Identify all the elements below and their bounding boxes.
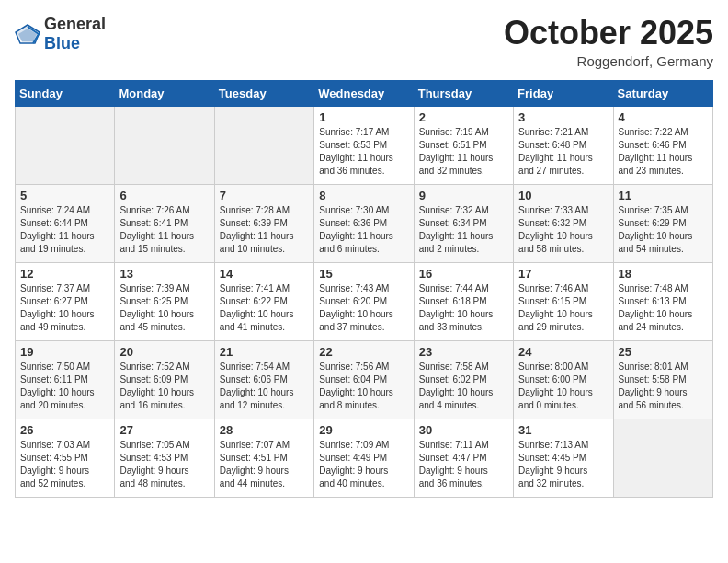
day-info: Sunrise: 7:09 AM Sunset: 4:49 PM Dayligh… [319, 439, 408, 490]
logo-general-text: General [44, 15, 106, 33]
day-info: Sunrise: 7:26 AM Sunset: 6:41 PM Dayligh… [119, 204, 209, 256]
calendar-cell: 19Sunrise: 7:50 AM Sunset: 6:11 PM Dayli… [16, 340, 115, 419]
calendar-cell: 6Sunrise: 7:26 AM Sunset: 6:41 PM Daylig… [115, 184, 214, 262]
day-number: 31 [518, 423, 608, 437]
day-info: Sunrise: 7:30 AM Sunset: 6:36 PM Dayligh… [319, 204, 408, 256]
calendar-cell: 8Sunrise: 7:30 AM Sunset: 6:36 PM Daylig… [314, 184, 414, 262]
month-title: October 2025 [504, 15, 713, 52]
day-info: Sunrise: 7:56 AM Sunset: 6:04 PM Dayligh… [319, 361, 408, 412]
day-info: Sunrise: 7:13 AM Sunset: 4:45 PM Dayligh… [518, 439, 608, 490]
weekday-header-friday: Friday [514, 80, 613, 106]
day-info: Sunrise: 7:54 AM Sunset: 6:06 PM Dayligh… [220, 361, 309, 412]
weekday-header-tuesday: Tuesday [214, 80, 313, 106]
day-info: Sunrise: 7:22 AM Sunset: 6:46 PM Dayligh… [619, 126, 708, 178]
day-info: Sunrise: 7:24 AM Sunset: 6:44 PM Dayligh… [20, 204, 109, 256]
day-number: 7 [220, 189, 309, 202]
calendar-cell: 30Sunrise: 7:11 AM Sunset: 4:47 PM Dayli… [414, 419, 513, 497]
day-info: Sunrise: 7:33 AM Sunset: 6:32 PM Dayligh… [518, 204, 608, 256]
day-number: 1 [319, 110, 408, 124]
day-number: 3 [518, 110, 608, 124]
weekday-header-thursday: Thursday [414, 80, 513, 106]
weekday-header-sunday: Sunday [16, 80, 115, 106]
day-number: 28 [220, 423, 309, 437]
logo-icon [15, 24, 40, 44]
calendar-cell: 13Sunrise: 7:39 AM Sunset: 6:25 PM Dayli… [115, 262, 214, 340]
day-number: 29 [319, 423, 408, 437]
weekday-header-saturday: Saturday [613, 80, 712, 106]
day-number: 9 [419, 189, 508, 202]
day-info: Sunrise: 7:28 AM Sunset: 6:39 PM Dayligh… [220, 204, 309, 256]
day-info: Sunrise: 7:19 AM Sunset: 6:51 PM Dayligh… [419, 126, 508, 178]
title-block: October 2025 Roggendorf, Germany [504, 15, 713, 69]
calendar-cell: 7Sunrise: 7:28 AM Sunset: 6:39 PM Daylig… [214, 184, 313, 262]
day-info: Sunrise: 7:17 AM Sunset: 6:53 PM Dayligh… [319, 126, 408, 178]
calendar-cell: 26Sunrise: 7:03 AM Sunset: 4:55 PM Dayli… [16, 419, 115, 497]
calendar-week-2: 5Sunrise: 7:24 AM Sunset: 6:44 PM Daylig… [16, 184, 713, 262]
day-number: 15 [319, 267, 408, 281]
calendar-cell: 5Sunrise: 7:24 AM Sunset: 6:44 PM Daylig… [16, 184, 115, 262]
calendar-cell: 24Sunrise: 8:00 AM Sunset: 6:00 PM Dayli… [514, 340, 613, 419]
calendar-cell: 22Sunrise: 7:56 AM Sunset: 6:04 PM Dayli… [314, 340, 414, 419]
day-info: Sunrise: 7:35 AM Sunset: 6:29 PM Dayligh… [619, 204, 708, 256]
logo-blue-text: Blue [44, 34, 80, 52]
day-info: Sunrise: 7:39 AM Sunset: 6:25 PM Dayligh… [119, 282, 209, 334]
day-number: 30 [419, 423, 508, 437]
weekday-header-monday: Monday [115, 80, 214, 106]
day-number: 12 [20, 267, 109, 281]
calendar-cell: 17Sunrise: 7:46 AM Sunset: 6:15 PM Dayli… [514, 262, 613, 340]
day-info: Sunrise: 7:43 AM Sunset: 6:20 PM Dayligh… [319, 282, 408, 334]
location-title: Roggendorf, Germany [504, 53, 713, 69]
day-info: Sunrise: 7:07 AM Sunset: 4:51 PM Dayligh… [220, 439, 309, 490]
day-number: 25 [619, 345, 708, 359]
calendar-cell: 4Sunrise: 7:22 AM Sunset: 6:46 PM Daylig… [613, 106, 712, 184]
day-number: 4 [619, 110, 708, 124]
day-info: Sunrise: 7:52 AM Sunset: 6:09 PM Dayligh… [119, 361, 209, 412]
day-number: 24 [518, 345, 608, 359]
calendar-week-5: 26Sunrise: 7:03 AM Sunset: 4:55 PM Dayli… [16, 419, 713, 497]
calendar-cell: 31Sunrise: 7:13 AM Sunset: 4:45 PM Dayli… [514, 419, 613, 497]
calendar-cell: 27Sunrise: 7:05 AM Sunset: 4:53 PM Dayli… [115, 419, 214, 497]
calendar-cell [214, 106, 313, 184]
calendar-cell: 25Sunrise: 8:01 AM Sunset: 5:58 PM Dayli… [613, 340, 712, 419]
calendar-cell: 1Sunrise: 7:17 AM Sunset: 6:53 PM Daylig… [314, 106, 414, 184]
calendar-cell [115, 106, 214, 184]
calendar-cell: 10Sunrise: 7:33 AM Sunset: 6:32 PM Dayli… [514, 184, 613, 262]
calendar-cell: 28Sunrise: 7:07 AM Sunset: 4:51 PM Dayli… [214, 419, 313, 497]
day-number: 6 [119, 189, 209, 202]
day-number: 27 [119, 423, 209, 437]
calendar-cell [613, 419, 712, 497]
day-number: 5 [20, 189, 109, 202]
day-info: Sunrise: 7:37 AM Sunset: 6:27 PM Dayligh… [20, 282, 109, 334]
day-number: 8 [319, 189, 408, 202]
day-number: 14 [220, 267, 309, 281]
day-info: Sunrise: 7:58 AM Sunset: 6:02 PM Dayligh… [419, 361, 508, 412]
day-info: Sunrise: 7:44 AM Sunset: 6:18 PM Dayligh… [419, 282, 508, 334]
day-number: 19 [20, 345, 109, 359]
day-number: 11 [619, 189, 708, 202]
day-info: Sunrise: 7:32 AM Sunset: 6:34 PM Dayligh… [419, 204, 508, 256]
calendar-cell: 23Sunrise: 7:58 AM Sunset: 6:02 PM Dayli… [414, 340, 513, 419]
day-info: Sunrise: 7:48 AM Sunset: 6:13 PM Dayligh… [619, 282, 708, 334]
day-number: 13 [119, 267, 209, 281]
day-number: 18 [619, 267, 708, 281]
day-number: 17 [518, 267, 608, 281]
day-number: 22 [319, 345, 408, 359]
day-info: Sunrise: 7:41 AM Sunset: 6:22 PM Dayligh… [220, 282, 309, 334]
calendar-cell: 18Sunrise: 7:48 AM Sunset: 6:13 PM Dayli… [613, 262, 712, 340]
day-number: 23 [419, 345, 508, 359]
calendar-cell: 9Sunrise: 7:32 AM Sunset: 6:34 PM Daylig… [414, 184, 513, 262]
day-number: 16 [419, 267, 508, 281]
day-number: 10 [518, 189, 608, 202]
day-info: Sunrise: 7:03 AM Sunset: 4:55 PM Dayligh… [20, 439, 109, 490]
day-info: Sunrise: 7:21 AM Sunset: 6:48 PM Dayligh… [518, 126, 608, 178]
calendar-cell: 11Sunrise: 7:35 AM Sunset: 6:29 PM Dayli… [613, 184, 712, 262]
day-info: Sunrise: 7:05 AM Sunset: 4:53 PM Dayligh… [119, 439, 209, 490]
weekday-header-row: SundayMondayTuesdayWednesdayThursdayFrid… [16, 80, 713, 106]
calendar-cell: 12Sunrise: 7:37 AM Sunset: 6:27 PM Dayli… [16, 262, 115, 340]
calendar-week-1: 1Sunrise: 7:17 AM Sunset: 6:53 PM Daylig… [16, 106, 713, 184]
calendar-cell: 14Sunrise: 7:41 AM Sunset: 6:22 PM Dayli… [214, 262, 313, 340]
calendar-cell: 3Sunrise: 7:21 AM Sunset: 6:48 PM Daylig… [514, 106, 613, 184]
logo: General Blue [15, 15, 106, 53]
calendar-cell: 21Sunrise: 7:54 AM Sunset: 6:06 PM Dayli… [214, 340, 313, 419]
day-info: Sunrise: 7:46 AM Sunset: 6:15 PM Dayligh… [518, 282, 608, 334]
